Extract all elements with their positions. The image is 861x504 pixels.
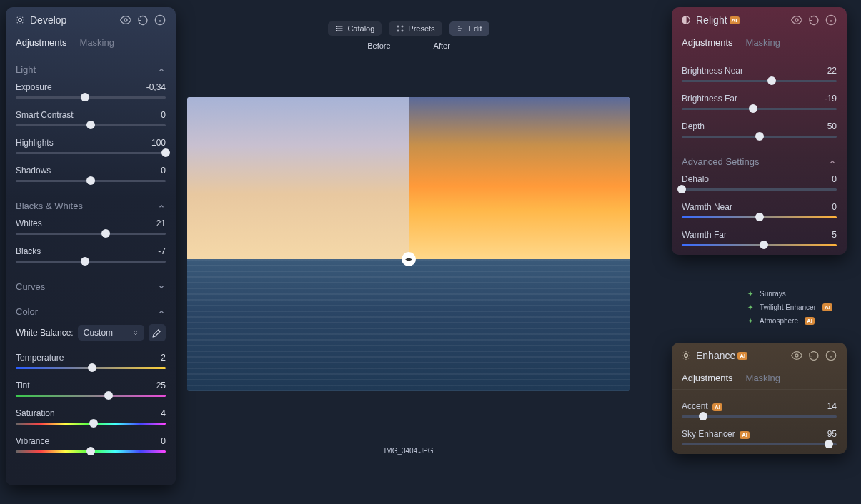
slider-thumb[interactable] bbox=[699, 412, 707, 420]
slider-thumb[interactable] bbox=[104, 391, 113, 400]
catalog-button[interactable]: Catalog bbox=[328, 21, 382, 36]
ai-badge: AI bbox=[822, 303, 832, 311]
relight-panel: Relight AI Adjustments Masking Brightnes… bbox=[672, 7, 847, 255]
slider-thumb[interactable] bbox=[88, 363, 96, 372]
enhance-title: Enhance bbox=[696, 350, 735, 361]
slider-track[interactable] bbox=[16, 152, 166, 154]
slider-track[interactable] bbox=[682, 415, 837, 418]
slider-value: 0 bbox=[161, 436, 166, 446]
slider-track[interactable] bbox=[16, 423, 166, 425]
undo-icon[interactable] bbox=[136, 13, 150, 27]
edit-button[interactable]: Edit bbox=[449, 21, 489, 36]
slider-value: 4 bbox=[161, 408, 166, 418]
slider-track[interactable] bbox=[682, 108, 837, 110]
slider-track[interactable] bbox=[16, 450, 166, 453]
info-icon[interactable] bbox=[153, 13, 167, 27]
compare-handle-icon[interactable]: ◂▸ bbox=[402, 252, 416, 266]
wb-picker-icon[interactable] bbox=[149, 324, 166, 341]
advanced-header[interactable]: Advanced Settings bbox=[682, 153, 837, 170]
slider-track[interactable] bbox=[682, 188, 837, 191]
slider-value: 0 bbox=[161, 166, 166, 176]
slider-label: Saturation bbox=[16, 408, 55, 418]
curves-header[interactable]: Curves bbox=[16, 278, 166, 295]
slider-track[interactable] bbox=[682, 216, 837, 218]
slider-shadows: Shadows0 bbox=[16, 161, 166, 189]
svg-point-11 bbox=[795, 354, 798, 357]
enhance-main: Accent AI14Sky Enhancer AI95 bbox=[672, 390, 847, 454]
tool-icon: ✦ bbox=[745, 290, 755, 298]
enhance-panel: Enhance AI Adjustments Masking Accent AI… bbox=[672, 343, 847, 454]
compare-divider[interactable] bbox=[409, 97, 409, 391]
slider-track[interactable] bbox=[16, 180, 166, 182]
slider-label: Warmth Far bbox=[682, 230, 727, 240]
slider-value: 100 bbox=[151, 138, 166, 148]
svg-point-6 bbox=[402, 30, 403, 31]
slider-track[interactable] bbox=[16, 261, 166, 263]
tab-adjustments[interactable]: Adjustments bbox=[682, 373, 733, 383]
slider-thumb[interactable] bbox=[767, 76, 776, 85]
presets-button[interactable]: Presets bbox=[389, 21, 442, 36]
slider-thumb[interactable] bbox=[81, 257, 89, 266]
slider-thumb[interactable] bbox=[89, 419, 98, 428]
tab-masking[interactable]: Masking bbox=[746, 37, 780, 48]
slider-track[interactable] bbox=[16, 96, 166, 99]
slider-thumb[interactable] bbox=[760, 241, 768, 249]
eye-icon[interactable] bbox=[790, 348, 804, 363]
info-icon[interactable] bbox=[824, 348, 838, 363]
slider-warmth-far: Warmth Far5 bbox=[682, 226, 837, 253]
chevron-up-icon bbox=[157, 66, 166, 74]
slider-value: 25 bbox=[156, 380, 166, 390]
sidetool-twilight-enhancer[interactable]: ✦Twilight EnhancerAI bbox=[745, 301, 832, 314]
svg-point-1 bbox=[124, 19, 127, 21]
tab-masking[interactable]: Masking bbox=[80, 37, 114, 48]
slider-track[interactable] bbox=[16, 367, 166, 369]
slider-track[interactable] bbox=[16, 395, 166, 397]
bw-header[interactable]: Blacks & Whites bbox=[16, 198, 166, 214]
slider-thumb[interactable] bbox=[677, 185, 686, 193]
slider-track[interactable] bbox=[16, 124, 166, 126]
slider-tint: Tint25 bbox=[16, 376, 166, 404]
slider-label: Brightness Far bbox=[682, 94, 737, 104]
wb-select[interactable]: Custom bbox=[78, 325, 144, 341]
slider-track[interactable] bbox=[16, 233, 166, 235]
tab-adjustments[interactable]: Adjustments bbox=[682, 37, 733, 48]
slider-thumb[interactable] bbox=[86, 447, 95, 455]
slider-value: 95 bbox=[827, 429, 837, 439]
slider-label: Exposure bbox=[16, 82, 52, 92]
tab-adjustments[interactable]: Adjustments bbox=[16, 37, 67, 48]
slider-thumb[interactable] bbox=[86, 176, 95, 185]
slider-track[interactable] bbox=[682, 244, 837, 246]
slider-dehalo: Dehalo0 bbox=[682, 170, 837, 198]
sidetool-sunrays[interactable]: ✦Sunrays bbox=[745, 287, 832, 301]
slider-thumb[interactable] bbox=[825, 440, 833, 448]
sidetool-atmosphere[interactable]: ✦AtmosphereAI bbox=[745, 314, 832, 328]
develop-icon bbox=[14, 14, 26, 26]
slider-thumb[interactable] bbox=[101, 229, 110, 238]
slider-thumb[interactable] bbox=[749, 104, 757, 113]
undo-icon[interactable] bbox=[807, 348, 821, 363]
eye-icon[interactable] bbox=[790, 13, 804, 27]
slider-value: 0 bbox=[832, 202, 837, 212]
chevron-down-icon bbox=[157, 283, 166, 291]
slider-thumb[interactable] bbox=[755, 213, 764, 221]
after-label: After bbox=[434, 41, 450, 50]
slider-label: Dehalo bbox=[682, 174, 709, 184]
chevron-up-icon bbox=[828, 158, 837, 166]
slider-track[interactable] bbox=[682, 80, 837, 82]
light-header[interactable]: Light bbox=[16, 61, 166, 78]
info-icon[interactable] bbox=[824, 13, 838, 27]
svg-point-0 bbox=[19, 19, 22, 22]
color-header[interactable]: Color bbox=[16, 303, 166, 320]
slider-thumb[interactable] bbox=[755, 132, 764, 141]
eye-icon[interactable] bbox=[119, 13, 133, 27]
tab-masking[interactable]: Masking bbox=[746, 373, 780, 383]
undo-icon[interactable] bbox=[807, 13, 821, 27]
section-curves: Curves bbox=[6, 271, 176, 296]
slider-track[interactable] bbox=[682, 443, 837, 445]
slider-thumb[interactable] bbox=[161, 148, 170, 157]
slider-track[interactable] bbox=[682, 136, 837, 138]
slider-thumb[interactable] bbox=[81, 93, 89, 101]
slider-saturation: Saturation4 bbox=[16, 404, 166, 432]
slider-value: -0,34 bbox=[146, 82, 166, 92]
slider-thumb[interactable] bbox=[86, 121, 95, 129]
